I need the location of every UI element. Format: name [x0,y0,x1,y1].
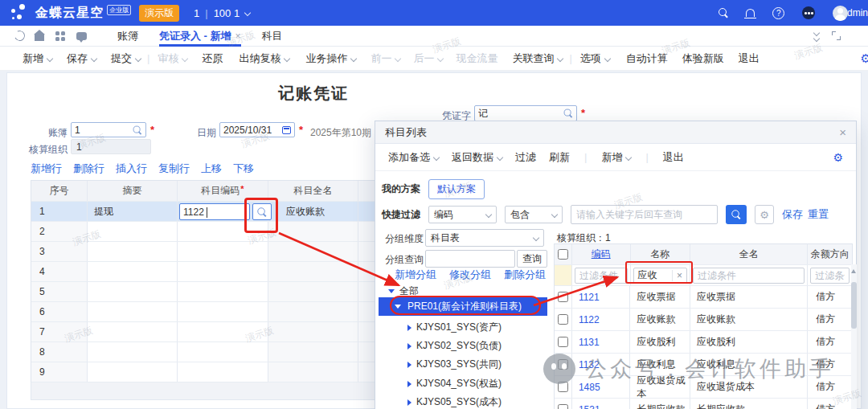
copy-row-link[interactable]: 复制行 [158,162,190,176]
tree-collapsed-icon[interactable] [407,381,411,387]
dialog-refresh[interactable]: 刷新 [549,150,570,165]
filter-operator-select[interactable]: 包含 [505,206,563,223]
notification-bell-icon[interactable] [746,9,755,17]
group-query-button[interactable]: 查询 [517,250,547,268]
cell-code[interactable]: 1485 [572,376,631,398]
gear-icon[interactable]: ⚙ [833,151,843,164]
grid-row-3[interactable]: 3 [31,242,375,262]
col-code[interactable]: 编码 [572,244,631,264]
table-row[interactable]: 1131应收股利应收股利借方 [555,331,852,354]
lookup-icon[interactable] [564,109,573,118]
toolbar-business-ops[interactable]: 业务操作 [305,51,356,66]
voucher-word-input[interactable] [478,108,563,119]
tree-item-common[interactable]: KJYS03_SYS(共同) [407,358,502,371]
cell-account-code[interactable] [178,342,268,362]
cell-account-code[interactable] [178,362,268,382]
row-checkbox[interactable] [558,337,568,347]
cell-account-code[interactable] [178,202,268,221]
grid-row-1[interactable]: 1 提现 应收账款 [31,202,375,222]
keyword-input[interactable] [571,205,718,224]
cell-account-code[interactable] [178,242,268,261]
toolbar-save[interactable]: 保存 [67,51,96,66]
gear-icon[interactable]: ⚙ [861,52,868,64]
group-query-input[interactable] [425,250,515,268]
table-row[interactable]: 1121应收票据应收票据借方 [555,286,852,309]
voucher-word-field[interactable] [474,105,577,121]
date-input[interactable] [223,125,282,136]
more-menu-icon[interactable] [802,6,815,19]
table-row[interactable]: 1531长期应收款长期应收款借方 [555,399,852,409]
cell-code[interactable]: 1132 [572,354,631,375]
move-down-link[interactable]: 下移 [233,162,254,176]
book-input[interactable] [75,125,133,136]
grid-row-7[interactable]: 7 [31,322,375,342]
select-all-checkbox[interactable] [558,249,568,260]
cell-summary[interactable] [88,342,178,362]
tree-item-equity[interactable]: KJYS04_SYS(权益) [407,377,502,391]
cell-account-code[interactable] [178,222,268,241]
table-row[interactable]: 1485应收退货成本应收退货成本借方 [555,376,852,399]
fullname-filter-input[interactable] [693,268,805,284]
account-code-editor[interactable] [179,203,250,220]
name-filter-input[interactable]: 应收 × [633,268,688,284]
dialog-filter[interactable]: 过滤 [515,150,536,165]
calendar-icon[interactable] [282,126,291,134]
search-icon[interactable] [719,8,728,18]
row-checkbox[interactable] [558,359,568,370]
help-icon[interactable]: ? [772,7,784,19]
cell-account-code[interactable] [178,302,268,321]
name-filter-cell[interactable]: 应收 × [631,265,691,285]
default-scheme-button[interactable]: 默认方案 [428,179,485,199]
cell-account-code[interactable] [178,282,268,301]
dialog-new[interactable]: 新增 [601,150,631,165]
dialog-add-candidate[interactable]: 添加备选 [388,150,439,165]
add-group-link[interactable]: 新增分组 [395,268,436,282]
tree-collapsed-icon[interactable] [407,343,411,350]
move-up-link[interactable]: 上移 [201,162,222,176]
table-row[interactable]: 1122应收账款应收账款借方 [555,309,852,331]
tree-root[interactable]: 全部 [388,284,419,298]
table-scrollbar[interactable] [851,264,857,409]
cell-summary[interactable] [88,322,178,342]
grid-row-4[interactable]: 4 [31,262,375,282]
clear-filter-icon[interactable]: × [672,270,682,281]
col-direction[interactable]: 余额方向 [808,244,852,264]
cell-account-code[interactable] [178,322,268,342]
code-filter-cell[interactable] [572,265,631,285]
col-name[interactable]: 名称 [631,244,691,264]
col-fullname[interactable]: 全名 [690,244,808,264]
cell-code[interactable]: 1131 [572,331,631,353]
close-icon[interactable]: × [839,125,846,139]
tab-accounts[interactable]: 科目 [262,26,283,47]
toolbar-related-query[interactable]: 关联查询 [512,51,563,66]
tree-expanded-icon[interactable] [395,305,401,309]
grid-row-9[interactable]: 9 [31,362,375,382]
save-filter-link[interactable]: 保存 [782,207,803,222]
toolbar-auto-calc[interactable]: 自动计算 [626,51,668,66]
scrollbar-thumb[interactable] [851,282,857,329]
cell-summary[interactable] [88,302,178,321]
book-field[interactable] [71,122,146,137]
tree-collapsed-icon[interactable] [407,325,411,331]
tab-voucher-entry[interactable]: 凭证录入 - 新增 × [159,26,241,47]
table-row[interactable]: 1132应收利息应收利息借方 [555,354,852,376]
insert-row-link[interactable]: 插入行 [116,162,147,176]
tree-item-cost[interactable]: KJYS05_SYS(成本) [407,395,502,409]
delete-row-link[interactable]: 删除行 [73,162,104,176]
cell-summary[interactable] [88,222,178,241]
filter-field-select[interactable]: 编码 [428,206,497,223]
apps-grid-icon[interactable] [55,31,65,41]
cell-summary[interactable] [88,362,178,382]
tree-collapsed-icon[interactable] [407,362,411,368]
search-button[interactable] [726,205,747,224]
scroll-up-icon[interactable] [851,269,856,273]
cell-account-code[interactable] [178,262,268,281]
message-icon[interactable] [76,32,87,40]
toolbar-options[interactable]: 选项 [580,51,610,66]
edit-group-link[interactable]: 修改分组 [449,268,491,282]
toolbar-new[interactable]: 新增 [23,51,52,66]
toolbar-cashier-review[interactable]: 出纳复核 [239,51,289,66]
tree-item-liability[interactable]: KJYS02_SYS(负债) [407,339,502,353]
avatar[interactable] [833,6,848,21]
cell-summary[interactable]: 提现 [88,202,178,221]
